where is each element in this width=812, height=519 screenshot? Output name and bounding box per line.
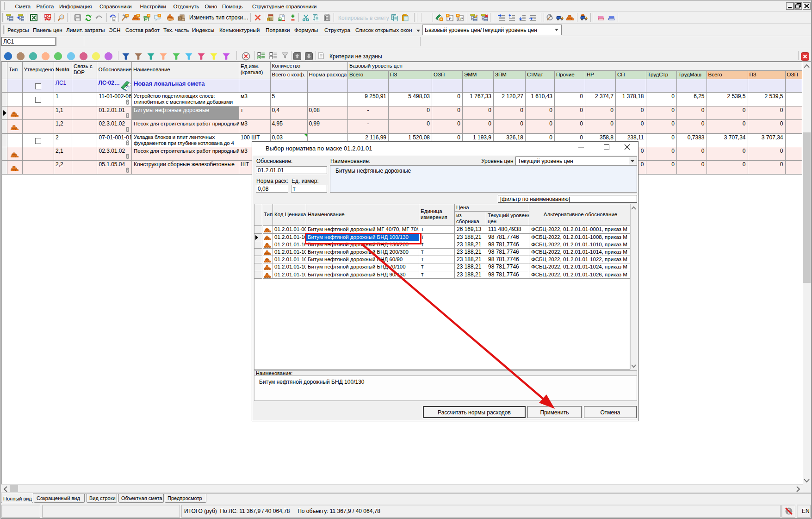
svg-text:ж: ж — [113, 19, 115, 21]
svg-text:PDF: PDF — [45, 15, 51, 18]
svg-text:P: P — [449, 17, 451, 21]
